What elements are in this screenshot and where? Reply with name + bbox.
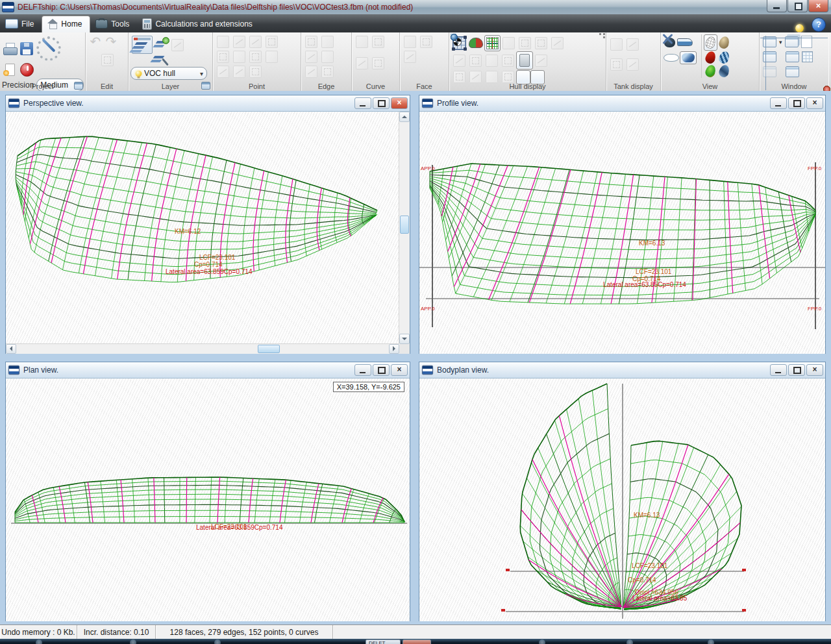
horizontal-scrollbar[interactable] — [6, 343, 399, 354]
settings-button[interactable] — [36, 36, 61, 61]
view-profile-button[interactable] — [677, 38, 693, 46]
show-grid-button[interactable] — [484, 35, 501, 51]
exit-button[interactable] — [20, 63, 34, 77]
group-tank-display: Tank display — [606, 32, 661, 91]
project-dialog-launcher[interactable] — [74, 82, 83, 90]
shade-gauss-button[interactable] — [704, 50, 717, 65]
view-plan-button[interactable] — [664, 54, 679, 62]
edit-layer-button[interactable] — [153, 54, 166, 66]
annotation-km: KM=6.12 — [175, 228, 201, 235]
scroll-down-button[interactable] — [399, 334, 410, 344]
taskbar-icon[interactable] — [626, 639, 633, 644]
viewport-minimize-button[interactable] — [770, 364, 787, 376]
plan-view-window: Plan view. × LCF=23.101 Lateral area=63.… — [5, 362, 410, 621]
restore-button[interactable] — [788, 0, 808, 12]
show-curvature-button — [453, 55, 465, 67]
vertical-scroll-thumb[interactable] — [400, 216, 409, 234]
plan-canvas[interactable]: LCF=23.101 Lateral area=63.859Cp=0.714 X… — [6, 378, 410, 621]
taskbar-icon[interactable] — [36, 639, 42, 644]
help-button[interactable]: ? — [812, 18, 826, 32]
taskbar-icon[interactable] — [214, 639, 221, 644]
close-window-button[interactable] — [786, 66, 799, 77]
group-curve: Curve — [352, 32, 400, 91]
maximize-icon — [793, 367, 801, 374]
annotation-lcf: LCF=23.101 — [632, 562, 668, 569]
profile-titlebar[interactable]: Profile view. × — [419, 95, 825, 112]
horizontal-scroll-thumb[interactable] — [258, 345, 280, 353]
tab-calculations[interactable]: Calculations and extensions — [137, 16, 260, 32]
layer-visible-icon — [136, 70, 142, 77]
print-button[interactable] — [3, 42, 18, 58]
viewport-icon — [8, 99, 19, 108]
annotation-lcf: LCF=23.101 — [199, 254, 236, 261]
scroll-right-button[interactable] — [389, 344, 399, 354]
save-button[interactable] — [20, 42, 33, 55]
shade-wireframe-button[interactable] — [704, 34, 717, 51]
perspective-titlebar[interactable]: Perspective view. × — [6, 95, 410, 112]
titlebar[interactable]: DELFTship: C:\Users\Thomas\Documents\Vir… — [0, 0, 831, 15]
minimize-button[interactable] — [767, 0, 787, 12]
bodyplan-canvas[interactable]: KM=6.13 LCF=23.101 Cp=0.714 Displ.=634.9… — [419, 378, 825, 621]
viewport-close-button[interactable]: × — [806, 97, 823, 109]
viewport-minimize-button[interactable] — [770, 97, 787, 109]
tools-icon — [95, 19, 108, 29]
show-both-sides-button[interactable] — [469, 38, 483, 48]
mdi-area: Perspective view. × KM=6.12 LCF=23.101 C… — [0, 91, 831, 625]
viewport-minimize-button[interactable] — [354, 364, 371, 376]
close-button[interactable]: × — [808, 0, 828, 12]
tab-home[interactable]: Home — [42, 16, 90, 32]
taskbar-icon[interactable] — [539, 639, 545, 644]
windows-taskbar[interactable]: DELFT — [0, 639, 831, 644]
extrude-edge-button — [305, 36, 317, 48]
close-icon: × — [807, 365, 823, 375]
shade-solid-button[interactable] — [718, 35, 731, 50]
shade-developability-button[interactable] — [704, 64, 717, 79]
shade-environment-button[interactable] — [718, 64, 731, 79]
viewport-close-button[interactable]: × — [806, 364, 823, 376]
shade-zebra-button[interactable] — [718, 50, 731, 65]
plan-titlebar[interactable]: Plan view. × — [6, 362, 410, 378]
tab-tools[interactable]: Tools — [90, 16, 137, 32]
show-hydrostatic-features-button[interactable] — [516, 51, 533, 69]
viewport-close-button[interactable]: × — [391, 364, 408, 376]
scroll-left-button[interactable] — [6, 344, 16, 354]
scroll-up-button[interactable] — [399, 112, 410, 122]
tile-vertical-button[interactable] — [786, 51, 799, 62]
layer-select[interactable]: VOC hull ▾ — [130, 67, 207, 80]
add-point-button — [217, 36, 229, 48]
app-icon[interactable] — [2, 2, 14, 12]
layers-button[interactable] — [132, 36, 153, 54]
taskbar-icon[interactable] — [130, 639, 136, 644]
view-perspective-button[interactable] — [680, 51, 697, 64]
lock-points-button — [217, 66, 229, 78]
viewport-icon — [8, 365, 19, 375]
tip-lightbulb-icon[interactable] — [795, 24, 804, 32]
taskbar-icon[interactable] — [708, 639, 714, 644]
show-buttocks-button — [519, 37, 531, 49]
window-title: DELFTship: C:\Users\Thomas\Documents\Vir… — [18, 3, 413, 12]
bodyplan-titlebar[interactable]: Bodyplan view. × — [419, 362, 825, 378]
grid-window-button[interactable] — [802, 51, 813, 62]
minimize-icon — [775, 105, 781, 106]
add-layer-button[interactable] — [155, 39, 168, 51]
minimize-icon — [360, 372, 366, 373]
viewport-maximize-button[interactable] — [373, 97, 390, 109]
vertical-scrollbar[interactable] — [399, 112, 410, 344]
group-point: Point — [213, 32, 301, 91]
viewport-maximize-button[interactable] — [788, 364, 805, 376]
perspective-canvas[interactable]: KM=6.12 LCF=23.101 Cp=0.714 Lateral area… — [6, 112, 410, 354]
viewport-minimize-button[interactable] — [354, 97, 371, 109]
new-project-button[interactable] — [3, 62, 18, 78]
new-window-dropdown[interactable]: ▾ — [779, 39, 782, 45]
layer-dialog-launcher[interactable] — [201, 82, 210, 90]
tab-file[interactable]: File — [0, 16, 42, 32]
taskbar-delftship-button[interactable]: DELFT — [366, 639, 401, 644]
taskbar-app-button[interactable] — [403, 639, 431, 644]
zoom-extents-button[interactable] — [664, 67, 677, 80]
group-edge: Edge — [301, 32, 352, 91]
viewport-maximize-button[interactable] — [788, 97, 805, 109]
baseline-mark-left — [501, 609, 505, 612]
viewport-maximize-button[interactable] — [373, 364, 390, 376]
profile-canvas[interactable]: APP.0 APP.0 FPP.0 FPP.0 KM=6.13 LCF=23.1… — [419, 112, 825, 354]
viewport-close-button[interactable]: × — [391, 97, 408, 109]
